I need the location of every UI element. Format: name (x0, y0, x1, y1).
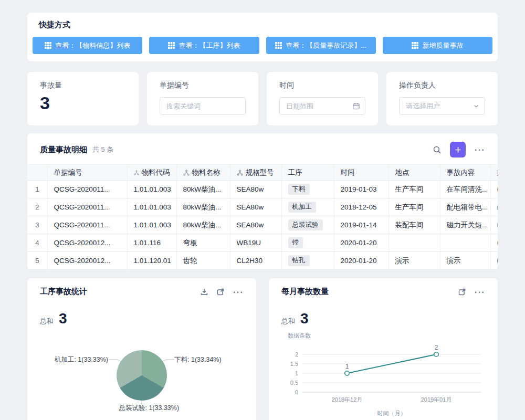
shortcut-buttons: 查看：【物料信息】列表查看：【工序】列表查看：【质量事故记录】...新增质量事故 (32, 37, 494, 54)
cell-spec: SEA80w (230, 198, 281, 216)
cell-no: 3 (27, 216, 47, 234)
shortcut-button-1[interactable]: 查看：【工序】列表 (149, 37, 259, 54)
process-tag: 总装试验 (288, 219, 323, 231)
svg-text:0.5: 0.5 (290, 380, 298, 386)
filter-label-operator: 操作负责人 (399, 81, 485, 90)
shortcut-button-2[interactable]: 查看：【质量事故记录】... (266, 37, 376, 54)
cell-content: 配电箱带电... (440, 198, 490, 216)
grid-icon (275, 42, 282, 49)
svg-text:1: 1 (295, 370, 298, 376)
column-header-code: 物料代码 (127, 165, 176, 181)
cell-place (388, 234, 440, 252)
cell-date: 2020-01-20 (334, 252, 388, 270)
filter-label-doc-no: 单据编号 (160, 81, 246, 90)
line-card-more-icon[interactable]: ⋯ (474, 289, 485, 295)
open-in-new-icon[interactable] (458, 288, 466, 296)
download-icon[interactable] (200, 288, 208, 296)
cell-spec: WB19U (230, 234, 281, 252)
table-body: 1QCSG-2020011...1.01.01.00380kW柴油...SEA8… (27, 181, 498, 270)
pie-card-more-icon[interactable]: ⋯ (233, 289, 244, 295)
svg-text:1: 1 (345, 363, 349, 370)
open-in-new-icon[interactable] (216, 288, 225, 296)
cell-process: 下料 (281, 181, 334, 198)
search-icon[interactable] (433, 145, 442, 154)
pie-chart[interactable] (117, 350, 167, 401)
stat-card-accidents: 事故量 3 (27, 72, 139, 125)
column-header-no (27, 165, 47, 181)
cell-spec: SEA80w (230, 216, 281, 234)
cell-code: 1.01.120.01 (127, 252, 176, 270)
cell-doc: QCSG-2020012... (47, 234, 127, 252)
filter-label-time: 时间 (279, 81, 365, 90)
column-header-date: 时间 (334, 165, 388, 181)
filter-card-doc-no: 单据编号 (147, 72, 258, 125)
shortcut-button-label: 查看：【质量事故记录】... (286, 41, 366, 50)
cell-doc: QCSG-2020012... (47, 252, 127, 270)
table-row[interactable]: 3QCSG-2020011...1.01.01.00380kW柴油...SEA8… (27, 216, 498, 234)
grid-icon (412, 42, 418, 49)
cell-code: 1.01.01.003 (127, 198, 176, 216)
pie-label-assembly-test: 总装试验: 1(33.33%) (119, 404, 179, 413)
cell-name: 80kW柴油... (176, 198, 230, 216)
column-header-content: 事故内容 (440, 165, 490, 181)
cell-doc: QCSG-2020011... (47, 198, 127, 216)
dashboard-page: 快捷方式 查看：【物料信息】列表查看：【工序】列表查看：【质量事故记录】...新… (0, 0, 525, 420)
column-header-name: 物料名称 (176, 165, 230, 181)
grid-icon (45, 42, 51, 49)
cell-avatar (490, 252, 498, 270)
pie-chart-area: 机加工: 1(33.33%) 下料: 1(33.34%) 总装试验: 1(33.… (40, 334, 244, 420)
shortcut-button-label: 查看：【工序】列表 (178, 41, 240, 50)
svg-text:数据条数: 数据条数 (288, 332, 311, 339)
doc-no-search-input[interactable] (160, 97, 246, 115)
cell-content: 演示 (440, 252, 490, 270)
cell-name: 80kW柴油... (176, 216, 230, 234)
process-tag: 镗 (288, 237, 303, 249)
add-record-button[interactable] (450, 142, 466, 158)
table-row[interactable]: 1QCSG-2020011...1.01.01.00380kW柴油...SEA8… (27, 181, 498, 198)
filter-card-operator: 操作负责人 请选择用户 (386, 72, 498, 125)
filter-card-time: 时间 (267, 72, 378, 125)
pie-label-blanking: 下料: 1(33.34%) (174, 355, 222, 364)
line-chart[interactable]: 数据条数00.511.5212018年12月22019年01月时间（月） (281, 330, 485, 419)
operator-select[interactable]: 请选择用户 (399, 97, 485, 115)
avatar (497, 219, 498, 231)
cell-avatar (490, 234, 498, 252)
cell-date: 2018-12-05 (334, 198, 388, 216)
table-title: 质量事故明细 (40, 145, 87, 155)
plus-icon (454, 146, 462, 154)
shortcuts-title: 快捷方式 (39, 20, 486, 30)
table-more-icon[interactable]: ⋯ (474, 147, 485, 152)
cell-process: 总装试验 (281, 216, 334, 234)
svg-text:2: 2 (295, 351, 298, 358)
chevron-down-icon (473, 103, 479, 109)
cell-no: 4 (27, 234, 47, 252)
shortcuts-card: 快捷方式 查看：【物料信息】列表查看：【工序】列表查看：【质量事故记录】...新… (27, 13, 498, 61)
column-header-process: 工序 (281, 165, 334, 181)
cell-doc: QCSG-2020011... (47, 181, 127, 198)
cell-no: 1 (27, 181, 47, 198)
cell-doc: QCSG-2020011... (47, 216, 127, 234)
svg-text:时间（月）: 时间（月） (377, 410, 406, 416)
shortcut-button-3[interactable]: 新增质量事故 (383, 37, 492, 54)
process-pie-card: 工序事故统计 ⋯ 总和 3 (27, 278, 256, 420)
table-row[interactable]: 4QCSG-2020012...1.01.116弯板WB19U镗2020-01-… (27, 234, 498, 252)
cell-name: 弯板 (176, 234, 230, 252)
avatar (497, 255, 498, 267)
shortcut-button-0[interactable]: 查看：【物料信息】列表 (33, 37, 142, 54)
cell-place: 生产车间 (388, 181, 440, 198)
filter-row: 事故量 3 单据编号 时间 操作负责人 请选择用户 (27, 72, 498, 125)
line-total-label: 总和 (281, 317, 295, 326)
cell-process: 机加工 (281, 198, 334, 216)
line-card-title: 每月事故数量 (281, 287, 329, 297)
shortcut-button-label: 查看：【物料信息】列表 (55, 41, 130, 50)
cell-place: 装配车间 (388, 216, 440, 234)
pie-card-title: 工序事故统计 (40, 287, 87, 297)
table-row[interactable]: 2QCSG-2020011...1.01.01.00380kW柴油...SEA8… (27, 198, 498, 216)
cell-content (440, 234, 490, 252)
date-range-input[interactable] (279, 97, 365, 115)
accident-table: 单据编号物料代码物料名称规格型号工序时间地点事故内容操作负责人 1QCSG-20… (27, 164, 498, 270)
cell-avatar (490, 181, 498, 198)
table-row[interactable]: 5QCSG-2020012...1.01.120.01齿轮CL2H30钻孔202… (27, 252, 498, 270)
cell-no: 2 (27, 198, 47, 216)
cell-no: 5 (27, 252, 47, 270)
